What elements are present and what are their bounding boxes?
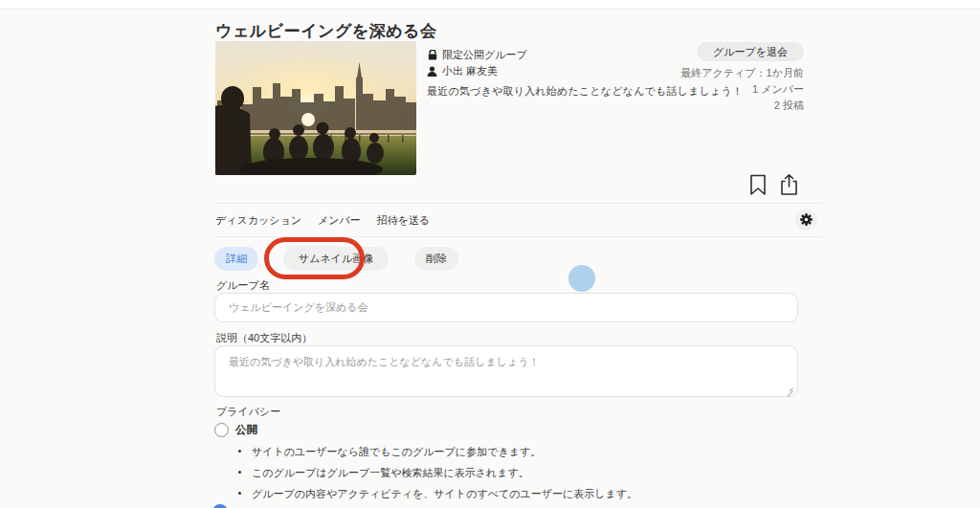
bullet-dot: [238, 471, 241, 474]
member-count-text: 1 メンバー: [517, 84, 804, 95]
limited-public-radio-button-partial[interactable]: [212, 504, 228, 508]
settings-subtabs: 詳細 サムネイル画像 削除: [214, 247, 458, 271]
group-side-info: グループを退会 最終アクティブ：1か月前 1 メンバー 2 投稿: [517, 42, 804, 111]
bullet-dot: [238, 450, 241, 453]
privacy-bullet-1-text: サイトのユーザーなら誰でもこのグループに参加できます。: [252, 445, 541, 459]
share-icon[interactable]: [779, 173, 799, 196]
description-textarea[interactable]: 最近の気づきや取り入れ始めたことなどなんでも話しましょう！: [214, 345, 798, 397]
privacy-bullet-2-text: このグループはグループ一覧や検索結果に表示されます。: [252, 466, 529, 480]
public-radio-label: 公開: [235, 423, 257, 437]
bookmark-icon[interactable]: [749, 174, 767, 196]
description-label: 説明（40文字以内）: [216, 331, 312, 345]
settings-gear-button[interactable]: [795, 209, 817, 231]
page-title: ウェルビーイングを深める会: [215, 20, 436, 42]
privacy-option-public[interactable]: 公開: [214, 423, 257, 437]
subtab-delete[interactable]: 削除: [414, 247, 458, 271]
tab-discussion[interactable]: ディスカッション: [215, 213, 301, 228]
group-settings-page: ウェルビーイングを深める会: [0, 0, 980, 508]
header-action-icons: [749, 173, 799, 196]
person-icon: [427, 66, 437, 77]
post-count-text: 2 投稿: [517, 100, 804, 111]
group-name-input[interactable]: [214, 293, 798, 322]
tab-members[interactable]: メンバー: [318, 213, 361, 228]
click-indicator: [568, 265, 595, 292]
group-tab-bar: ディスカッション メンバー 招待を送る: [215, 203, 821, 237]
privacy-bullet-3-text: グループの内容やアクティビティを、サイトのすべてのユーザーに表示します。: [252, 487, 637, 501]
group-owner-name: 小出 麻友美: [442, 64, 498, 78]
privacy-bullet-2: このグループはグループ一覧や検索結果に表示されます。: [238, 466, 529, 480]
leave-group-button[interactable]: グループを退会: [697, 42, 804, 61]
subtab-details[interactable]: 詳細: [214, 247, 258, 271]
last-active-text: 最終アクティブ：1か月前: [517, 68, 804, 78]
public-radio-button[interactable]: [214, 423, 229, 437]
privacy-label: プライバシー: [216, 405, 280, 419]
tab-send-invite[interactable]: 招待を送る: [377, 213, 431, 228]
privacy-bullet-3: グループの内容やアクティビティを、サイトのすべてのユーザーに表示します。: [238, 487, 637, 501]
top-border: [0, 0, 980, 10]
subtab-thumbnail-image[interactable]: サムネイル画像: [283, 247, 389, 271]
lock-icon: [427, 50, 437, 60]
sunset-park-photo: [215, 41, 416, 175]
gear-icon: [800, 213, 813, 226]
group-cover-image: [215, 41, 416, 175]
privacy-bullet-1: サイトのユーザーなら誰でもこのグループに参加できます。: [238, 445, 541, 459]
bullet-dot: [238, 492, 241, 495]
group-name-label: グループ名: [216, 278, 270, 293]
privacy-type-label: 限定公開グループ: [442, 48, 527, 62]
